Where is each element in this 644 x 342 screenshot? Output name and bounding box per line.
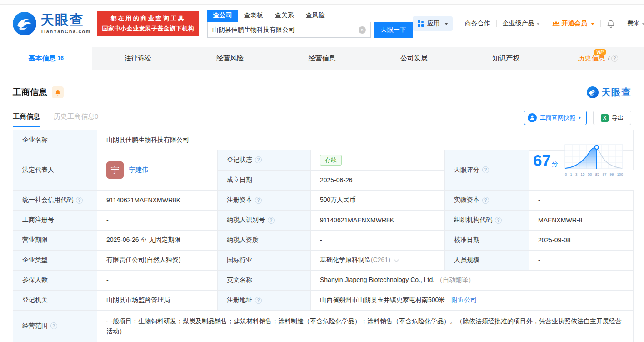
search-box [207, 22, 371, 38]
field-value-staff-size: - [529, 250, 634, 270]
watermark-text: 天眼查 [601, 86, 631, 99]
search-tab-boss[interactable]: 查老板 [238, 10, 269, 22]
industry-code: (C261) [371, 256, 390, 263]
search-tab-risk[interactable]: 查风险 [300, 10, 331, 22]
field-value-registry: 山阴县市场监督管理局 [97, 290, 218, 310]
chevron-down-icon [444, 23, 448, 25]
crown-icon [552, 20, 560, 27]
arrow-right-icon [579, 116, 581, 120]
help-icon[interactable] [268, 217, 275, 224]
tab-company-development[interactable]: 公司发展 [368, 47, 460, 70]
field-label-reg-number: 工商注册号 [13, 210, 97, 230]
promo-banner: 都在用的商业查询工具 国家中小企业发展子基金旗下机构 [97, 11, 199, 36]
field-value-company-type: 有限责任公司(自然人独资) [97, 250, 218, 270]
tab-operation-risk[interactable]: 经营风险 [184, 47, 276, 70]
tianyancha-logo[interactable]: 天眼查 TianYanCha.com [13, 12, 91, 35]
site-header: 天眼查 TianYanCha.com 都在用的商业查询工具 国家中小企业发展子基… [0, 5, 644, 43]
help-icon[interactable] [495, 217, 502, 224]
table-row: 参保人数 - 英文名称 Shanyin Jiapeng Biotechnolog… [13, 270, 634, 290]
field-label-reg-status: 登记状态 [227, 156, 252, 164]
help-icon[interactable] [255, 156, 262, 163]
tab-basic-info[interactable]: 基本信息16 [0, 47, 92, 70]
help-icon[interactable] [611, 55, 618, 62]
nav-cooperation[interactable]: 商务合作 [465, 20, 490, 28]
field-label-taxpayer-id: 纳税人识别号 [227, 216, 265, 224]
search-button[interactable]: 天眼一下 [374, 22, 413, 38]
help-icon[interactable] [255, 297, 262, 304]
tab-history-info[interactable]: VIP 历史信息 7 [552, 47, 644, 70]
field-label-industry: 国标行业 [218, 250, 311, 270]
field-label-reg-capital: 注册资本 [227, 196, 252, 204]
search-area: 查公司 查老板 查关系 查风险 天眼一下 [207, 10, 413, 38]
field-label-credit-code: 统一社会信用代码 [22, 196, 73, 204]
auto-translate-note: （自动翻译） [436, 276, 474, 283]
help-icon[interactable] [482, 166, 489, 173]
promo-banner-line2: 国家中小企业发展子基金旗下机构 [102, 25, 195, 33]
help-icon[interactable] [50, 322, 57, 329]
help-icon[interactable] [255, 197, 262, 204]
notifications-bell-icon[interactable] [607, 20, 615, 28]
field-value-org-code: MAENXMWR-8 [529, 210, 634, 230]
stamp-icon [528, 113, 537, 122]
field-label-english-name: 英文名称 [218, 270, 311, 290]
field-value-reg-capital: 500万人民币 [311, 190, 445, 210]
field-label-business-term: 营业期限 [13, 230, 97, 250]
table-row: 企业名称 山阴县佳鹏生物科技有限公司 [13, 130, 634, 150]
search-tab-company[interactable]: 查公司 [207, 10, 238, 22]
open-vip-button[interactable]: 开通会员 [552, 20, 594, 28]
subtab-business-info[interactable]: 工商信息 [13, 112, 40, 127]
search-tabs: 查公司 查老板 查关系 查风险 [207, 10, 413, 22]
subscribe-bell-button[interactable] [52, 86, 64, 98]
field-value-taxpayer-id: 91140621MAENXMWR8K [311, 210, 445, 230]
legal-rep-avatar[interactable]: 宁 [106, 161, 124, 179]
business-info-table: 企业名称 山阴县佳鹏生物科技有限公司 法定代表人 宁 宁建伟 登记状态 存续 天… [13, 130, 634, 342]
tab-intellectual-property[interactable]: 知识产权 [460, 47, 552, 70]
clear-search-icon[interactable] [359, 26, 366, 34]
vip-badge: VIP [594, 49, 606, 55]
nearby-companies-link[interactable]: 附近公司 [451, 296, 477, 303]
field-label-legal-rep: 法定代表人 [13, 150, 97, 191]
nav-enterprise-products[interactable]: 企业级产品 [503, 20, 540, 28]
search-tab-relation[interactable]: 查关系 [269, 10, 300, 22]
field-label-company-type: 企业类型 [13, 250, 97, 270]
field-label-score: 天眼评分 [454, 166, 479, 174]
table-row: 登记机关 山阴县市场监督管理局 注册地址 山西省朔州市山阴县玉井镇史家屯村南50… [13, 290, 634, 310]
divider [459, 20, 459, 27]
export-button[interactable]: 导出 [593, 111, 631, 125]
tianyancha-watermark: 天眼查 [587, 86, 631, 99]
chevron-down-icon [591, 23, 594, 25]
tab-count: 7 [607, 55, 610, 61]
excel-icon [601, 114, 609, 122]
field-label-org-code: 组织机构代码 [454, 216, 492, 224]
subtab-history-business-info[interactable]: 历史工商信息0 [54, 112, 98, 127]
tab-legal-proceedings[interactable]: 法律诉讼 [92, 47, 184, 70]
field-label-business-scope: 经营范围 [22, 322, 48, 330]
legal-rep-link[interactable]: 宁建伟 [129, 166, 148, 174]
tab-operation-info[interactable]: 经营信息 [276, 47, 368, 70]
table-row: 企业类型 有限责任公司(自然人独资) 国标行业 基础化学原料制造(C261) 人… [13, 250, 634, 270]
search-input[interactable] [208, 22, 359, 37]
tianyancha-logo-icon [13, 12, 36, 35]
main-content: 工商信息 天眼查 工商信息 历史工商信息0 工商官网快照 导出 [0, 86, 644, 342]
field-value-address: 山西省朔州市山阴县玉井镇史家屯村南500米 [320, 296, 445, 303]
help-icon[interactable] [76, 197, 83, 204]
field-value-business-term: 2025-06-26 至 无固定期限 [97, 230, 218, 250]
help-icon[interactable] [482, 197, 489, 204]
user-menu[interactable]: 费米 [627, 20, 644, 28]
table-row: 工商注册号 - 纳税人识别号 91140621MAENXMWR8K 组织机构代码… [13, 210, 634, 230]
brand-name: 天眼查 [40, 13, 91, 27]
section-title: 工商信息 [13, 86, 47, 98]
field-value-paid-capital: - [529, 190, 634, 210]
divider [600, 20, 601, 27]
field-value-credit-code: 91140621MAENXMWR8K [97, 190, 218, 210]
chevron-down-icon[interactable] [394, 257, 399, 262]
username: 费米 [627, 20, 640, 28]
table-row: 经营范围 一般项目：生物饲料研发；煤炭及制品销售；建筑材料销售；涂料制造（不含危… [13, 310, 634, 342]
tianyancha-logo-icon [587, 86, 599, 98]
chevron-down-icon [536, 23, 540, 25]
field-value-english-name: Shanyin Jiapeng Biotechnology Co., Ltd. [320, 276, 434, 283]
divider [496, 20, 497, 27]
official-snapshot-button[interactable]: 工商官网快照 [524, 111, 587, 125]
field-value-insured: - [97, 270, 218, 290]
apps-menu-button[interactable]: 应用 [413, 16, 453, 31]
